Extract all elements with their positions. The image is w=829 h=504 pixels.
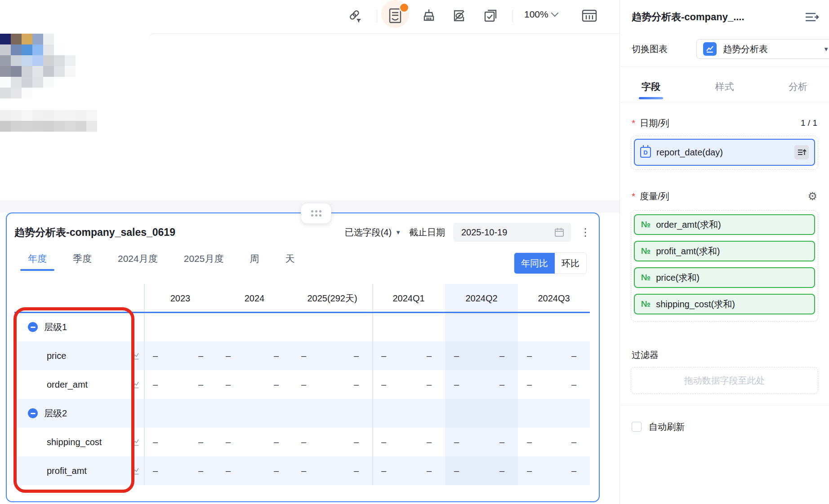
filter-section-header: 过滤器 bbox=[632, 346, 817, 364]
group-row[interactable]: 层级1 bbox=[14, 313, 590, 341]
brush-icon[interactable] bbox=[420, 7, 437, 24]
column-header-2024[interactable]: 2024 bbox=[217, 284, 292, 313]
link-icon[interactable] bbox=[346, 7, 363, 24]
data-cell: –– bbox=[372, 370, 445, 399]
toolbar-separator bbox=[513, 10, 513, 22]
column-header-2024Q1[interactable]: 2024Q1 bbox=[372, 284, 445, 313]
date-field-pill[interactable]: D report_date(day) bbox=[634, 139, 815, 166]
censored-pixel bbox=[11, 55, 22, 66]
more-options-icon[interactable]: ⋮ bbox=[579, 228, 592, 237]
selected-fields-dropdown[interactable]: 已选字段(4) ▼ bbox=[345, 226, 401, 239]
measure-label-cell[interactable]: profit_amt bbox=[14, 456, 144, 485]
column-header-2025(292天)[interactable]: 2025(292天) bbox=[292, 284, 372, 313]
column-header-2024Q3[interactable]: 2024Q3 bbox=[518, 284, 590, 313]
measure-section-label: 度量/列 bbox=[640, 190, 669, 203]
measure-row[interactable]: price–––––––––––– bbox=[14, 341, 590, 370]
censored-pixel bbox=[43, 34, 54, 44]
measure-field-pill[interactable]: №shipping_cost(求和) bbox=[634, 294, 815, 314]
end-date-picker[interactable]: 2025-10-19 bbox=[453, 223, 571, 242]
mini-trend-icon[interactable] bbox=[130, 466, 140, 476]
measure-label-cell[interactable]: shipping_cost bbox=[14, 428, 144, 456]
collapse-panel-icon[interactable] bbox=[804, 10, 820, 24]
panel-tab-分析[interactable]: 分析 bbox=[789, 72, 807, 102]
measure-row[interactable]: profit_amt–––––––––––– bbox=[14, 456, 590, 485]
measure-row[interactable]: order_amt–––––––––––– bbox=[14, 370, 590, 399]
compare-option-环比[interactable]: 环比 bbox=[555, 253, 586, 274]
compare-option-年同比[interactable]: 年同比 bbox=[514, 253, 555, 274]
auto-refresh-checkbox[interactable] bbox=[632, 422, 642, 432]
censored-pixel bbox=[43, 55, 54, 66]
data-cell: –– bbox=[292, 370, 372, 399]
required-asterisk: * bbox=[632, 191, 635, 202]
censored-pixel bbox=[65, 110, 76, 121]
collapse-minus-icon[interactable] bbox=[28, 322, 38, 332]
empty-compare-value: – bbox=[427, 351, 432, 361]
numero-icon: № bbox=[641, 220, 651, 230]
empty-value: – bbox=[153, 466, 158, 476]
empty-value: – bbox=[153, 380, 158, 390]
empty-value: – bbox=[301, 466, 306, 476]
hide-preview-icon[interactable] bbox=[450, 7, 468, 24]
zoom-control[interactable]: 100% bbox=[524, 9, 557, 20]
measure-row[interactable]: shipping_cost–––––––––––– bbox=[14, 428, 590, 456]
date-dropzone[interactable]: D report_date(day) bbox=[631, 136, 818, 170]
data-cell: –– bbox=[217, 341, 292, 370]
empty-value: – bbox=[527, 351, 532, 361]
period-tab-2025月度[interactable]: 2025月度 bbox=[176, 247, 232, 271]
group-label-cell[interactable]: 层级2 bbox=[14, 399, 144, 428]
mini-trend-icon[interactable] bbox=[130, 351, 140, 361]
table-view-icon[interactable] bbox=[581, 7, 598, 24]
measure-label-cell[interactable]: order_amt bbox=[14, 370, 144, 399]
measure-name: profit_amt bbox=[47, 466, 87, 476]
filter-dropzone[interactable]: 拖动数据字段至此处 bbox=[631, 367, 818, 394]
empty-compare-value: – bbox=[427, 437, 432, 447]
settings-gear-icon[interactable]: ⚙ bbox=[807, 191, 817, 202]
collapse-minus-icon[interactable] bbox=[28, 408, 38, 418]
config-panel: 趋势分析表-company_.... 切换图表 趋势分析表 ▼ 字段样式分析 *… bbox=[620, 0, 829, 504]
measure-field-label: order_amt(求和) bbox=[656, 219, 721, 231]
measure-field-pill[interactable]: №price(求和) bbox=[634, 267, 815, 288]
table-column-divider bbox=[144, 284, 145, 485]
panel-tab-字段[interactable]: 字段 bbox=[642, 72, 660, 102]
empty-value: – bbox=[301, 351, 306, 361]
column-header-2024Q2[interactable]: 2024Q2 bbox=[445, 284, 518, 313]
group-label-cell[interactable]: 层级1 bbox=[14, 313, 144, 341]
censored-pixel bbox=[22, 34, 32, 44]
period-tab-2024月度[interactable]: 2024月度 bbox=[110, 247, 165, 271]
drag-handle[interactable] bbox=[301, 203, 331, 224]
measure-dropzone[interactable]: №order_amt(求和)№profit_amt(求和)№price(求和)№… bbox=[631, 210, 818, 322]
panel-tabs: 字段样式分析 bbox=[620, 72, 829, 102]
data-cell: –– bbox=[372, 428, 445, 456]
mini-trend-icon[interactable] bbox=[130, 380, 140, 389]
period-tab-年度[interactable]: 年度 bbox=[20, 247, 54, 271]
empty-compare-value: – bbox=[354, 466, 359, 476]
sort-order-icon[interactable] bbox=[794, 145, 809, 159]
measure-label-cell[interactable]: price bbox=[14, 341, 144, 370]
period-tab-周[interactable]: 周 bbox=[242, 247, 267, 271]
period-tab-天[interactable]: 天 bbox=[277, 247, 302, 271]
censored-pixel bbox=[22, 77, 32, 88]
date-field-icon: D bbox=[640, 147, 651, 158]
empty-value: – bbox=[381, 437, 386, 447]
column-header-2023[interactable]: 2023 bbox=[144, 284, 217, 313]
data-cell: –– bbox=[217, 428, 292, 456]
mini-trend-icon[interactable] bbox=[130, 437, 140, 447]
measure-field-pill[interactable]: №order_amt(求和) bbox=[634, 214, 815, 235]
period-tab-季度[interactable]: 季度 bbox=[65, 247, 99, 271]
censored-pixel bbox=[22, 66, 32, 77]
batch-check-icon[interactable] bbox=[482, 7, 499, 24]
censored-pixel bbox=[86, 110, 97, 121]
group-row[interactable]: 层级2 bbox=[14, 399, 590, 428]
censored-pixel bbox=[76, 121, 86, 132]
censored-content bbox=[0, 0, 148, 135]
chart-type-select[interactable]: 趋势分析表 ▼ bbox=[696, 39, 829, 59]
empty-compare-value: – bbox=[274, 380, 279, 390]
data-cell: –– bbox=[518, 341, 590, 370]
empty-compare-value: – bbox=[571, 351, 576, 361]
card-title: 趋势分析表-company_sales_0619 bbox=[14, 225, 175, 239]
chevron-down-icon bbox=[551, 9, 558, 17]
empty-compare-value: – bbox=[354, 380, 359, 390]
panel-tab-样式[interactable]: 样式 bbox=[715, 72, 734, 102]
measure-field-pill[interactable]: №profit_amt(求和) bbox=[634, 241, 815, 261]
censored-pixel bbox=[11, 66, 22, 77]
